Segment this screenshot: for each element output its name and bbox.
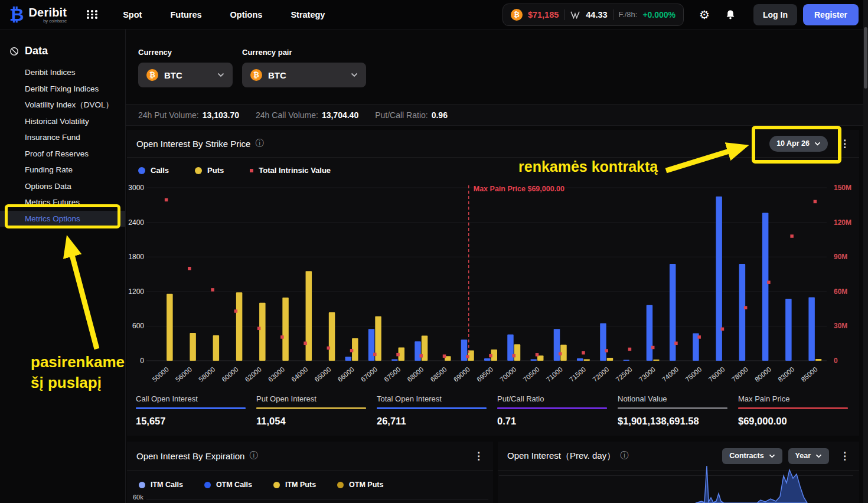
panel-menu-kebab-icon[interactable]: ⋮ — [840, 139, 850, 149]
metric-call-open-interest: Call Open Interest15,657 — [136, 394, 256, 427]
metric-value: 26,711 — [377, 416, 497, 427]
legend-item-otm-calls[interactable]: OTM Calls — [204, 481, 252, 489]
legend-label: Puts — [207, 166, 224, 175]
sidebar-item-metrics-futures[interactable]: Metrics Futures — [0, 194, 125, 211]
legend-label: Calls — [151, 166, 169, 175]
left-axis-tick: 0 — [140, 357, 144, 365]
x-axis-tick: 78000 — [730, 365, 749, 383]
legend-item-otm-puts[interactable]: OTM Puts — [337, 481, 383, 489]
puts-bar — [167, 294, 173, 361]
metric-label: Call Open Interest — [136, 394, 256, 403]
panel-menu-kebab-icon[interactable]: ⋮ — [474, 451, 484, 461]
calls-swatch-icon — [138, 167, 145, 174]
itm-calls-swatch-icon — [139, 482, 145, 488]
sidebar-item-insurance-fund[interactable]: Insurance Fund — [0, 129, 125, 146]
log-in-button[interactable]: Log In — [753, 4, 797, 25]
legend-item-puts[interactable]: Puts — [195, 166, 224, 175]
data-sidebar: Data Deribit IndicesDeribit Fixing Indic… — [0, 30, 126, 503]
btc-coin-icon: ₿ — [511, 9, 523, 21]
y-axis-tick: 60k — [133, 494, 143, 501]
notifications-bell-icon[interactable] — [725, 9, 736, 20]
data-section-icon — [9, 47, 19, 56]
nav-link-futures[interactable]: Futures — [170, 10, 201, 19]
right-axis-tick: 90M — [834, 253, 847, 261]
intrinsic-value-marker — [651, 346, 655, 350]
brand-name: Deribit — [28, 6, 67, 19]
intrinsic-value-marker — [489, 354, 492, 358]
metric-value: 15,657 — [136, 416, 256, 427]
calls-bar — [808, 298, 815, 361]
x-axis-tick: 70000 — [498, 365, 517, 383]
strike-chart[interactable]: 06001200180024003000030M60M90M120M150M50… — [127, 181, 859, 388]
intrinsic-value-marker — [512, 354, 515, 358]
legend-item-itm-puts[interactable]: ITM Puts — [273, 481, 316, 489]
prev-day-sparkline[interactable] — [498, 442, 859, 503]
page-scrollbar-track[interactable] — [863, 0, 868, 503]
call-volume-value: 13,704.40 — [322, 110, 358, 120]
chevron-down-icon — [217, 73, 224, 77]
x-axis-tick: 72500 — [615, 365, 634, 383]
currency-pair-select[interactable]: ₿ BTC — [242, 63, 366, 87]
x-axis-tick: 83000 — [776, 365, 795, 383]
x-axis-tick: 71000 — [545, 365, 564, 383]
metric-underline — [618, 407, 727, 409]
legend-item-calls[interactable]: Calls — [138, 166, 169, 175]
calls-bar — [716, 197, 722, 361]
price-ticker[interactable]: ₿ $71,185 44.33 F./8h: +0.000% — [502, 4, 684, 26]
x-axis-tick: 68000 — [406, 365, 425, 383]
sparkline-area — [696, 466, 807, 503]
puts-bar — [190, 333, 196, 361]
intrinsic-value-marker — [790, 234, 794, 238]
nav-link-options[interactable]: Options — [230, 10, 263, 19]
calls-bar — [391, 360, 398, 361]
metric-put-call-ratio: Put/Call Ratio0.71 — [497, 394, 618, 427]
metric-underline — [136, 407, 246, 409]
sidebar-item-deribit-fixing-indices[interactable]: Deribit Fixing Indices — [0, 81, 125, 97]
puts-bar — [306, 271, 312, 361]
info-icon[interactable]: ⓘ — [249, 450, 257, 461]
funding-value: +0.000% — [642, 10, 676, 19]
intrinsic-value-marker — [188, 267, 191, 270]
apps-grid-icon[interactable] — [87, 10, 98, 19]
calls-bar — [415, 341, 421, 361]
deribit-logo[interactable]: ₿ Deribit by coinbase — [9, 6, 67, 24]
panel-title: Open Interest By Expiration — [136, 451, 244, 461]
x-axis-tick: 70500 — [522, 365, 541, 383]
puts-bar — [607, 358, 614, 361]
intrinsic-value-marker — [257, 327, 261, 331]
legend-label: OTM Puts — [349, 481, 383, 489]
metric-underline — [256, 407, 366, 409]
register-button[interactable]: Register — [803, 4, 859, 25]
legend-item-total-intrinsic-value[interactable]: Total Intrinsic Value — [250, 166, 331, 175]
x-axis-tick: 50000 — [151, 365, 170, 383]
sidebar-item-options-data[interactable]: Options Data — [0, 178, 125, 195]
sidebar-item-metrics-options[interactable]: Metrics Options — [0, 211, 125, 227]
x-axis-tick: 76000 — [707, 365, 726, 383]
sidebar-item-funding-rate[interactable]: Funding Rate — [0, 162, 125, 178]
puts-bar — [583, 360, 590, 361]
puts-bar — [236, 292, 243, 361]
intrinsic-value-marker — [420, 354, 423, 358]
deribit-logo-icon: ₿ — [9, 6, 24, 24]
currency-select[interactable]: ₿ BTC — [138, 63, 233, 87]
nav-link-strategy[interactable]: Strategy — [291, 10, 325, 19]
metric-value: 11,054 — [256, 416, 377, 427]
nav-link-spot[interactable]: Spot — [123, 10, 142, 19]
itm-puts-swatch-icon — [273, 482, 280, 488]
sidebar-item-proof-of-reserves[interactable]: Proof of Reserves — [0, 146, 125, 162]
sidebar-item-deribit-indices[interactable]: Deribit Indices — [0, 64, 125, 81]
legend-item-itm-calls[interactable]: ITM Calls — [139, 481, 183, 489]
left-axis-tick: 1200 — [128, 288, 144, 296]
x-axis-tick: 66000 — [337, 365, 355, 383]
page-scrollbar-thumb[interactable] — [864, 27, 867, 89]
settings-gear-icon[interactable]: ⚙ — [699, 9, 710, 21]
legend-label: ITM Calls — [151, 481, 183, 489]
info-icon[interactable]: ⓘ — [255, 138, 263, 149]
deribit-metrics-options-page: ₿ Deribit by coinbase SpotFuturesOptions… — [0, 0, 868, 503]
sidebar-item-volatility-index-dvol[interactable]: Volatility Index（DVOL） — [0, 97, 125, 113]
strike-metrics-row: Call Open Interest15,657Put Open Interes… — [136, 394, 859, 427]
sidebar-item-historical-volatility[interactable]: Historical Volatility — [0, 113, 125, 130]
intrinsic-value-marker — [814, 200, 817, 204]
left-axis-tick: 2400 — [128, 218, 144, 227]
expiry-date-selector[interactable]: 10 Apr 26 — [769, 136, 828, 152]
